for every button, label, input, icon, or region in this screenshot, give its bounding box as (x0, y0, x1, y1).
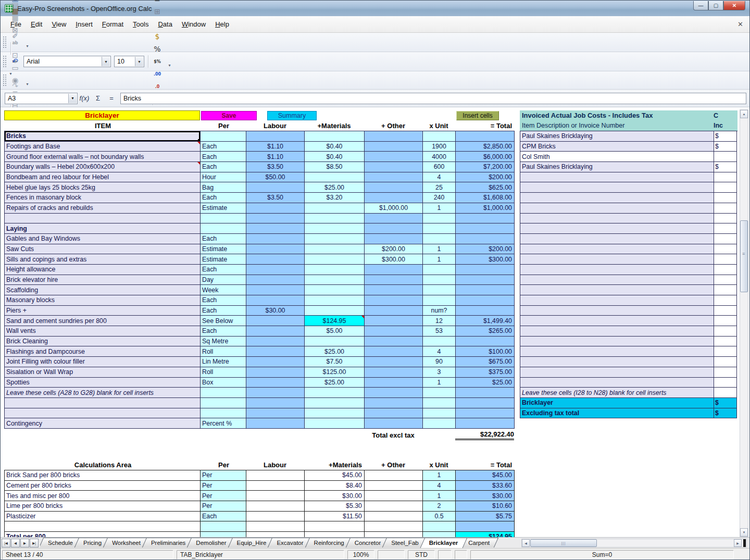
cell[interactable] (305, 337, 365, 347)
tab-worksheet[interactable]: Worksheet (105, 538, 147, 547)
cell[interactable]: Laying (5, 223, 201, 234)
column-header-x-unit[interactable]: x Unit (422, 121, 455, 131)
previous-sheet-icon[interactable]: ◀ (11, 539, 20, 547)
cell[interactable]: Each (201, 295, 246, 306)
option-button-icon[interactable]: ◉ (9, 74, 21, 86)
scroll-left-icon[interactable]: ◀ (522, 539, 530, 547)
cell[interactable] (456, 388, 515, 398)
cell-reference-box[interactable]: A3 ▼ (5, 93, 78, 104)
cell[interactable] (246, 378, 305, 388)
cell[interactable] (201, 532, 246, 537)
cell[interactable] (714, 388, 737, 398)
cell[interactable] (714, 234, 737, 244)
cell[interactable] (714, 285, 737, 295)
menu-item-insert[interactable]: Insert (71, 18, 97, 30)
cell[interactable]: $10.60 (456, 501, 515, 512)
cell[interactable]: $3.20 (305, 193, 365, 203)
toolbar-grip[interactable] (3, 74, 6, 86)
cell[interactable] (305, 254, 365, 265)
cell[interactable]: $6,000.00 (456, 152, 515, 162)
cell[interactable]: Estimate (201, 244, 246, 255)
column-header-materials[interactable]: +Materials (304, 121, 364, 131)
cell[interactable]: $50.00 (246, 172, 305, 183)
cell[interactable] (246, 285, 305, 295)
tab-reinforcing[interactable]: Reinforcing (307, 538, 351, 547)
cell[interactable] (423, 418, 456, 429)
cell[interactable] (305, 306, 365, 316)
cell[interactable]: 240 (423, 193, 456, 203)
cell[interactable]: $25.00 (305, 182, 365, 193)
cell[interactable] (365, 388, 423, 398)
cell[interactable]: $124.95 (305, 316, 365, 326)
cell[interactable]: $5.00 (305, 326, 365, 337)
cell[interactable] (305, 532, 365, 537)
tab-preliminaries[interactable]: Preliminaries (144, 538, 192, 547)
insert-cells-button[interactable]: Insert cells (456, 111, 499, 120)
cell[interactable] (246, 481, 305, 491)
cell[interactable]: 600 (423, 162, 456, 172)
cell[interactable] (246, 532, 305, 537)
cell[interactable]: $5.30 (305, 501, 365, 512)
cell[interactable] (456, 265, 515, 275)
cell[interactable]: 1 (423, 378, 456, 388)
cell[interactable] (305, 418, 365, 429)
cell[interactable] (305, 275, 365, 285)
cell[interactable] (365, 316, 423, 326)
cell[interactable] (714, 152, 737, 162)
cell[interactable] (365, 346, 423, 357)
column-header-other[interactable]: + Other (364, 460, 422, 470)
cell[interactable] (520, 214, 714, 224)
cell[interactable] (246, 470, 305, 481)
cell[interactable]: $25.00 (305, 346, 365, 357)
cell[interactable] (423, 337, 456, 347)
cell[interactable]: Estimate (201, 203, 246, 214)
cell[interactable] (5, 214, 201, 224)
cell[interactable] (520, 244, 714, 255)
cell[interactable]: 1 (423, 244, 456, 255)
cell[interactable]: $33.60 (456, 481, 515, 491)
cell[interactable] (246, 254, 305, 265)
font-name-select[interactable]: Arial ▼ (23, 56, 111, 67)
invoice-panel-title[interactable]: Invoiced Actual Job Costs - Includes Tax (520, 110, 714, 121)
cell[interactable]: 3 (423, 367, 456, 378)
cell[interactable]: CPM Bricks (520, 142, 714, 152)
cell[interactable]: Height allowance (5, 265, 201, 275)
cell[interactable] (456, 131, 515, 142)
cell[interactable]: $45.00 (305, 470, 365, 481)
sum-icon[interactable]: Σ (91, 92, 105, 105)
cell[interactable] (423, 285, 456, 295)
push-button-icon[interactable]: ▭ (9, 61, 21, 74)
cell[interactable] (246, 182, 305, 193)
column-header-per[interactable]: Per (200, 121, 246, 131)
cell[interactable] (305, 265, 365, 275)
cell[interactable] (365, 326, 423, 337)
cell[interactable] (714, 357, 737, 367)
cell[interactable]: Each (201, 265, 246, 275)
cell[interactable]: Brick elevator hire (5, 275, 201, 285)
cell[interactable] (456, 408, 515, 419)
cell[interactable] (201, 521, 246, 532)
tab-concretor[interactable]: Concretor (348, 538, 388, 547)
cell[interactable] (365, 182, 423, 193)
toolbar-overflow-icon[interactable]: ▾ (24, 36, 31, 48)
cell[interactable] (520, 357, 714, 367)
cell[interactable]: Gables and Bay Windows (5, 234, 201, 244)
cell[interactable] (423, 234, 456, 244)
cell[interactable]: Excluding tax total (520, 408, 714, 419)
tab-equip-hire[interactable]: Equip_Hire (230, 538, 273, 547)
cell[interactable] (714, 295, 737, 306)
cell[interactable] (365, 357, 423, 367)
cell[interactable]: Hour (201, 172, 246, 183)
cell[interactable] (423, 223, 456, 234)
cell[interactable]: $125.00 (305, 367, 365, 378)
cell[interactable]: 1 (423, 254, 456, 265)
cell[interactable] (246, 512, 305, 522)
cell[interactable] (520, 234, 714, 244)
cell[interactable] (246, 203, 305, 214)
total-excl-tax-value[interactable]: $22,922.40 (455, 430, 514, 440)
cell[interactable] (305, 285, 365, 295)
cell[interactable] (246, 295, 305, 306)
cell[interactable] (305, 244, 365, 255)
justified-icon[interactable]: ≡ (151, 0, 164, 5)
cell[interactable] (365, 162, 423, 172)
